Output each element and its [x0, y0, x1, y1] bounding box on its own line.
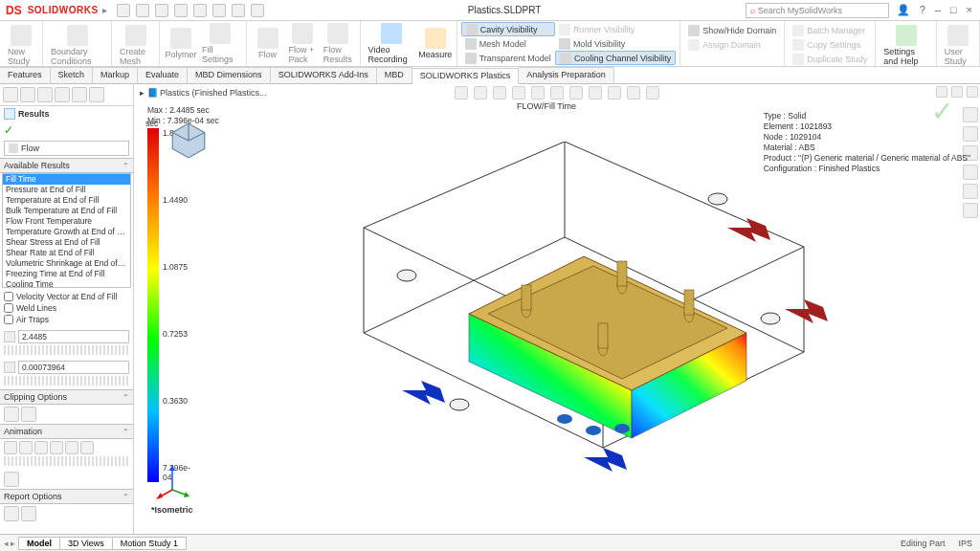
list-item[interactable]: Volumetric Shrinkage at End of Fill: [3, 258, 130, 269]
max-value-field[interactable]: 2.4485: [18, 330, 129, 343]
tab-mbd[interactable]: MBD: [377, 67, 412, 83]
pan-icon[interactable]: [474, 86, 487, 99]
vp-close-icon[interactable]: [967, 86, 978, 98]
print-icon[interactable]: [174, 4, 188, 17]
measure-button[interactable]: Measure: [418, 26, 453, 61]
undo-icon[interactable]: [193, 4, 207, 17]
report-options-header[interactable]: Report Options⌃: [0, 489, 133, 504]
close-button[interactable]: ×: [965, 4, 974, 16]
transparent-model-button[interactable]: Transparent Model: [461, 51, 555, 65]
report-icon[interactable]: [4, 506, 19, 521]
play-icon[interactable]: [4, 441, 17, 454]
tab-model[interactable]: Model: [18, 537, 60, 550]
cavity-visibility-button[interactable]: Cavity Visibility: [461, 22, 555, 36]
clipping-options-header[interactable]: Clipping Options⌃: [0, 389, 133, 405]
tab-mbd-dimensions[interactable]: MBD Dimensions: [188, 67, 271, 83]
display-style-icon[interactable]: [569, 86, 583, 99]
appearance-icon[interactable]: [608, 86, 621, 99]
available-results-list[interactable]: Fill Time Pressure at End of Fill Temper…: [2, 173, 131, 288]
show-hide-domain-button[interactable]: Show/Hide Domain: [684, 23, 780, 37]
login-icon[interactable]: 👤: [895, 4, 912, 16]
list-item[interactable]: Shear Stress at End of Fill: [3, 237, 130, 248]
clipping-buttons: [0, 405, 133, 424]
tab-addins[interactable]: SOLIDWORKS Add-Ins: [271, 67, 377, 83]
fm-property-icon[interactable]: [37, 87, 53, 102]
view-orient-icon[interactable]: [550, 86, 564, 99]
tab-sketch[interactable]: Sketch: [51, 67, 94, 83]
fm-config-icon[interactable]: [20, 87, 35, 102]
tab-evaluate[interactable]: Evaluate: [138, 67, 188, 83]
list-item[interactable]: Temperature Growth at End of Fill: [3, 227, 130, 237]
tab-3dviews[interactable]: 3D Views: [59, 537, 113, 550]
list-item[interactable]: Temperature at End of Fill: [3, 195, 130, 206]
mold-visibility-button[interactable]: Mold Visibility: [555, 36, 676, 51]
section-icon[interactable]: [531, 86, 545, 99]
tab-scroll-right-icon[interactable]: ▸: [11, 539, 15, 548]
tab-scroll-left-icon[interactable]: ◂: [4, 539, 9, 548]
clip-off-icon[interactable]: [4, 407, 19, 422]
scene-icon[interactable]: [627, 86, 640, 99]
list-item[interactable]: Cooling Time: [3, 279, 130, 288]
tab-markup[interactable]: Markup: [93, 67, 138, 83]
app-logo-icon: DS: [0, 4, 28, 17]
clip-plane-icon[interactable]: [21, 407, 36, 422]
view-cube[interactable]: [168, 121, 209, 161]
tab-plastics[interactable]: SOLIDWORKS Plastics: [412, 68, 520, 84]
minimize-button[interactable]: –: [933, 4, 943, 16]
settings-help-button[interactable]: Settings and Help: [880, 23, 931, 68]
open-icon[interactable]: [136, 4, 149, 17]
animation-slider[interactable]: [4, 456, 129, 466]
redo-icon[interactable]: [212, 4, 226, 17]
rebuild-icon[interactable]: [251, 4, 264, 17]
help-icon[interactable]: ?: [918, 4, 927, 16]
fm-more-icon[interactable]: [89, 87, 104, 102]
flow-type-select[interactable]: Flow: [4, 141, 129, 156]
list-item[interactable]: Bulk Temperature at End of Fill: [3, 206, 130, 216]
dropdown-icon[interactable]: ▸: [102, 5, 107, 15]
tab-features[interactable]: Features: [0, 67, 51, 83]
hide-show-icon[interactable]: [589, 86, 602, 99]
fm-tree-icon[interactable]: [3, 87, 18, 102]
fm-plastics-icon[interactable]: [72, 87, 87, 102]
settings-gear-icon[interactable]: [646, 86, 659, 99]
list-item[interactable]: Pressure at End of Fill: [3, 185, 130, 195]
anim-extra-icon[interactable]: [4, 472, 19, 487]
pause-icon[interactable]: [19, 441, 33, 454]
graphics-viewport[interactable]: ▸ 📘 Plastics (Finished Plastics... Max :…: [134, 84, 980, 534]
available-results-header[interactable]: Available Results⌃: [0, 158, 133, 173]
rotate-icon[interactable]: [493, 86, 506, 99]
zoom-fit-icon[interactable]: [512, 86, 525, 99]
save-icon[interactable]: [155, 4, 168, 17]
air-traps-checkbox[interactable]: Air Traps: [4, 315, 129, 324]
options-icon[interactable]: [232, 4, 245, 17]
search-input[interactable]: ⌕ Search MySolidWorks: [746, 3, 889, 18]
animation-header[interactable]: Animation⌃: [0, 424, 133, 439]
weld-lines-checkbox[interactable]: Weld Lines: [4, 303, 129, 313]
breadcrumb[interactable]: ▸ 📘 Plastics (Finished Plastics...: [140, 88, 267, 98]
zoom-icon[interactable]: [455, 86, 468, 99]
new-icon[interactable]: [117, 4, 130, 17]
velocity-vector-checkbox[interactable]: Velocity Vector at End of Fill: [4, 292, 129, 301]
cooling-channel-visibility-button[interactable]: Cooling Channel Visibility: [555, 51, 676, 65]
tab-motion[interactable]: Motion Study 1: [112, 537, 187, 550]
custom-props-icon[interactable]: [963, 203, 978, 218]
fm-display-icon[interactable]: [55, 87, 70, 102]
list-item[interactable]: Freezing Time at End of Fill: [3, 269, 130, 279]
min-slider[interactable]: [4, 376, 129, 386]
mesh-model-button[interactable]: Mesh Model: [461, 36, 555, 51]
restore-button[interactable]: □: [948, 4, 959, 16]
stop-icon[interactable]: [34, 441, 48, 454]
tab-analysis-prep[interactable]: Analysis Preparation: [519, 67, 614, 83]
export-icon[interactable]: [21, 506, 36, 521]
min-value-field[interactable]: 0.00073964: [18, 361, 129, 374]
list-item[interactable]: Shear Rate at End of Fill: [3, 248, 130, 258]
list-item[interactable]: Flow Front Temperature: [3, 216, 130, 227]
appearances-icon[interactable]: [963, 184, 978, 199]
step-back-icon[interactable]: [50, 441, 63, 454]
step-fwd-icon[interactable]: [65, 441, 78, 454]
ok-button[interactable]: ✓: [0, 121, 133, 139]
list-item[interactable]: Fill Time: [3, 174, 130, 185]
video-recording-button[interactable]: Video Recording: [365, 21, 418, 66]
max-slider[interactable]: [4, 345, 129, 355]
loop-icon[interactable]: [80, 441, 94, 454]
